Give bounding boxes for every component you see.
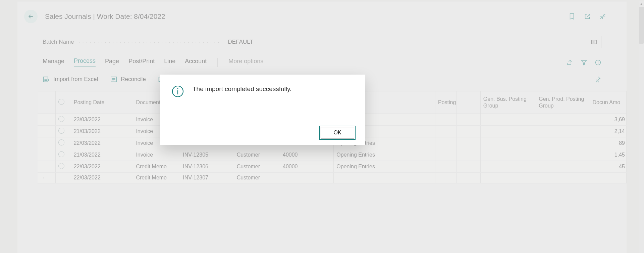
dialog-info-icon: [171, 85, 184, 98]
dialog-ok-button[interactable]: OK: [321, 127, 354, 138]
dialog-message: The import completed successfully.: [193, 85, 291, 93]
import-success-dialog: The import completed successfully. OK: [160, 75, 365, 145]
svg-point-10: [177, 88, 178, 89]
